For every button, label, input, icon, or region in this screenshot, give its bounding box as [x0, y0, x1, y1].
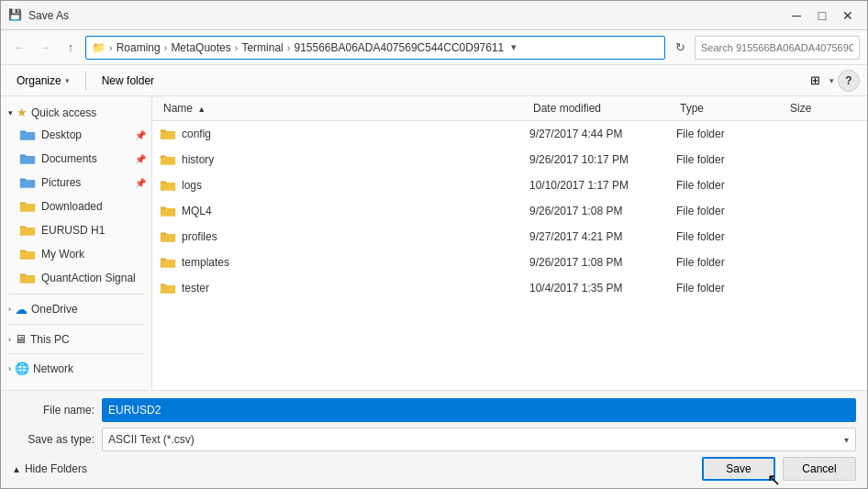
- file-name-mql4: MQL4: [160, 204, 529, 218]
- file-row-tester[interactable]: tester 10/4/2017 1:35 PM File folder: [152, 275, 867, 301]
- folder-icon-quantaction: [19, 271, 36, 285]
- file-name-tester: tester: [160, 281, 529, 295]
- hide-folders-link[interactable]: ▲ Hide Folders: [12, 462, 695, 475]
- sidebar-label-mywork: My Work: [41, 248, 84, 261]
- filename-input[interactable]: [102, 398, 856, 422]
- column-header-type[interactable]: Type: [676, 100, 786, 117]
- sidebar-item-downloaded[interactable]: Downloaded: [1, 194, 151, 218]
- folder-icon-eurusdh1: [19, 223, 36, 238]
- main-content: ▾ ★ Quick access Desktop 📌 Documents 📌 P…: [1, 96, 867, 390]
- file-name-config: config: [160, 127, 529, 141]
- breadcrumb-metaquotes[interactable]: MetaQuotes: [171, 41, 230, 54]
- quick-access-star-icon: ★: [17, 106, 28, 119]
- file-type-logs: File folder: [676, 179, 786, 192]
- file-row-profiles[interactable]: profiles 9/27/2017 4:21 PM File folder: [152, 224, 867, 250]
- file-name-logs: logs: [160, 178, 529, 193]
- savetype-label: Save as type:: [12, 433, 95, 446]
- breadcrumb-sep-2: ›: [164, 42, 168, 53]
- onedrive-expand-icon: ›: [8, 305, 11, 314]
- network-icon: 🌐: [15, 361, 29, 375]
- pin-icon-pictures: 📌: [135, 178, 146, 188]
- organize-arrow-icon: ▾: [65, 76, 70, 85]
- sidebar-header-onedrive[interactable]: › ☁ OneDrive: [1, 298, 151, 320]
- file-row-mql4[interactable]: MQL4 9/26/2017 1:08 PM File folder: [152, 198, 867, 224]
- refresh-button[interactable]: ↻: [669, 37, 691, 59]
- sidebar-item-pictures[interactable]: Pictures 📌: [1, 171, 151, 194]
- file-date-templates: 9/26/2017 1:08 PM: [529, 256, 676, 269]
- sidebar-item-quantaction[interactable]: QuantAction Signal: [1, 266, 151, 290]
- file-list-header: Name ▲ Date modified Type Size: [152, 96, 867, 121]
- breadcrumb-roaming[interactable]: Roaming: [117, 41, 161, 54]
- column-header-date[interactable]: Date modified: [529, 100, 676, 117]
- breadcrumb-sep-3: ›: [235, 42, 239, 53]
- file-row-logs[interactable]: logs 10/10/2017 1:17 PM File folder: [152, 172, 867, 198]
- breadcrumb-sep-4: ›: [287, 42, 291, 53]
- sidebar-header-thispc[interactable]: › 🖥 This PC: [1, 328, 151, 350]
- bottom-buttons: ▲ Hide Folders Save ↖ Cancel: [12, 457, 856, 481]
- sidebar-header-quick-access[interactable]: ▾ ★ Quick access: [1, 102, 151, 123]
- sort-arrow-icon: ▲: [197, 105, 206, 114]
- view-arrow-icon[interactable]: ▾: [829, 76, 834, 85]
- sidebar-divider-2: [8, 324, 144, 325]
- toolbar-right: ⊞ ▾ ?: [804, 70, 860, 92]
- dialog-icon: 💾: [8, 8, 23, 23]
- folder-icon-templates: [160, 255, 176, 270]
- sidebar-header-network[interactable]: › 🌐 Network: [1, 358, 151, 379]
- cancel-button[interactable]: Cancel: [783, 457, 856, 481]
- file-row-history[interactable]: history 9/26/2017 10:17 PM File folder: [152, 147, 867, 172]
- view-button[interactable]: ⊞: [804, 70, 826, 92]
- breadcrumb-terminal[interactable]: Terminal: [241, 41, 283, 54]
- help-button[interactable]: ?: [838, 70, 860, 92]
- back-button[interactable]: ←: [8, 37, 30, 59]
- forward-button[interactable]: →: [34, 37, 56, 59]
- sidebar-item-documents[interactable]: Documents 📌: [1, 147, 151, 171]
- thispc-expand-icon: ›: [8, 335, 11, 344]
- sidebar-label-network: Network: [33, 362, 73, 375]
- folder-icon-pictures: [19, 175, 36, 190]
- folder-icon-config: [160, 127, 176, 141]
- breadcrumb[interactable]: 📁 › Roaming › MetaQuotes › Terminal › 91…: [85, 36, 665, 60]
- title-bar: 💾 Save As ─ □ ✕: [1, 1, 867, 30]
- sidebar-label-documents: Documents: [41, 152, 97, 165]
- file-row-templates[interactable]: templates 9/26/2017 1:08 PM File folder: [152, 250, 867, 275]
- sidebar-label-desktop: Desktop: [41, 128, 82, 141]
- minimize-button[interactable]: ─: [785, 4, 808, 28]
- file-date-mql4: 9/26/2017 1:08 PM: [529, 205, 676, 217]
- folder-icon-mql4: [160, 204, 176, 218]
- maximize-button[interactable]: □: [810, 4, 834, 28]
- savetype-select[interactable]: ASCII Text (*.csv): [102, 428, 856, 451]
- sidebar-item-desktop[interactable]: Desktop 📌: [1, 123, 151, 147]
- column-header-size[interactable]: Size: [786, 100, 860, 117]
- file-date-tester: 10/4/2017 1:35 PM: [529, 282, 676, 295]
- title-bar-left: 💾 Save As: [8, 8, 69, 23]
- file-type-tester: File folder: [676, 282, 786, 295]
- close-button[interactable]: ✕: [836, 4, 860, 28]
- up-button[interactable]: ↑: [60, 37, 82, 59]
- file-name-history: history: [160, 152, 529, 167]
- file-list: Name ▲ Date modified Type Size config: [152, 96, 867, 390]
- column-header-name[interactable]: Name ▲: [160, 100, 529, 117]
- savetype-wrapper: ASCII Text (*.csv) ▾: [102, 428, 856, 451]
- thispc-icon: 🖥: [15, 332, 27, 346]
- file-row-config[interactable]: config 9/27/2017 4:44 PM File folder: [152, 121, 867, 147]
- sidebar-section-onedrive: › ☁ OneDrive: [1, 298, 151, 320]
- folder-icon-desktop: [19, 128, 36, 142]
- folder-icon-documents: [19, 151, 36, 166]
- sidebar-label-quick-access: Quick access: [31, 106, 96, 119]
- sidebar-item-mywork[interactable]: My Work: [1, 242, 151, 266]
- organize-button[interactable]: Organize ▾: [8, 69, 78, 93]
- breadcrumb-guid[interactable]: 915566BA06ADA407569C544CC0D97611: [294, 41, 504, 54]
- new-folder-button[interactable]: New folder: [94, 69, 162, 93]
- onedrive-icon: ☁: [15, 302, 28, 317]
- window-controls: ─ □ ✕: [785, 4, 860, 28]
- sidebar: ▾ ★ Quick access Desktop 📌 Documents 📌 P…: [1, 96, 152, 390]
- search-input[interactable]: [695, 36, 860, 60]
- sidebar-item-eurusdh1[interactable]: EURUSD H1: [1, 218, 151, 242]
- breadcrumb-expand-icon[interactable]: ▾: [511, 41, 517, 53]
- pin-icon-desktop: 📌: [135, 130, 146, 140]
- address-bar: ← → ↑ 📁 › Roaming › MetaQuotes › Termina…: [1, 30, 867, 65]
- column-type-label: Type: [680, 102, 704, 115]
- network-expand-icon: ›: [8, 364, 11, 373]
- sidebar-divider-1: [8, 294, 144, 295]
- save-button[interactable]: Save: [702, 457, 775, 481]
